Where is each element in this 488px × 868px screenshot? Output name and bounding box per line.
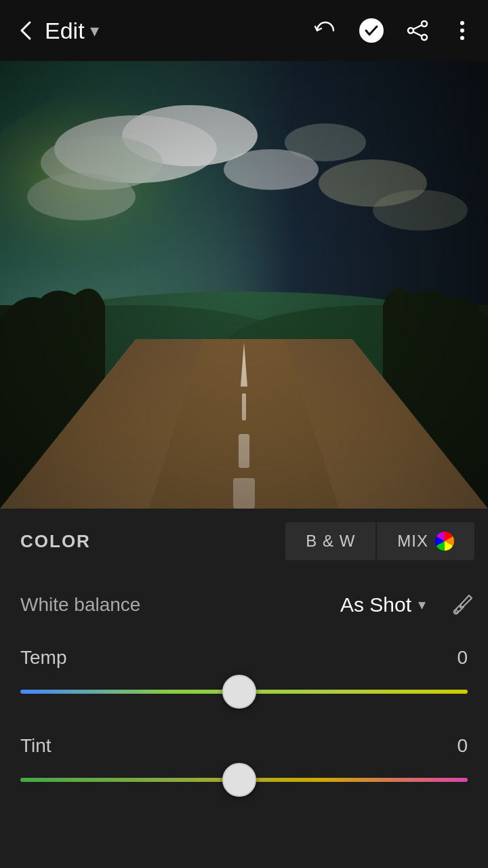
toolbar-title[interactable]: Edit ▾ [45, 18, 99, 44]
white-balance-dropdown[interactable]: As Shot ▾ [340, 593, 426, 616]
svg-point-0 [359, 18, 384, 43]
white-balance-label: White balance [20, 594, 329, 616]
tint-label: Tint [20, 735, 52, 757]
svg-point-6 [460, 21, 464, 25]
white-balance-row: White balance As Shot ▾ [0, 574, 488, 631]
temp-slider-thumb[interactable] [222, 675, 256, 709]
toolbar: Edit ▾ [0, 0, 488, 61]
tint-slider-section: Tint 0 [0, 719, 488, 807]
svg-point-8 [460, 36, 464, 40]
svg-point-3 [422, 35, 427, 40]
tint-slider-header: Tint 0 [20, 735, 468, 757]
white-balance-chevron-icon: ▾ [418, 596, 426, 614]
tint-slider-track [20, 778, 468, 782]
done-button[interactable] [358, 17, 385, 44]
photo-preview [0, 61, 488, 509]
temp-slider-section: Temp 0 [0, 631, 488, 719]
color-tabs-row: COLOR B & W MIX [0, 509, 488, 574]
back-button[interactable] [14, 18, 38, 43]
tint-slider-container[interactable] [20, 766, 468, 793]
toolbar-right [312, 17, 474, 44]
temp-value: 0 [457, 647, 468, 669]
toolbar-left: Edit ▾ [14, 18, 305, 44]
svg-point-7 [460, 28, 464, 33]
undo-button[interactable] [312, 17, 339, 44]
temp-slider-track [20, 690, 468, 694]
mix-color-circle-icon [435, 532, 454, 551]
temp-slider-header: Temp 0 [20, 647, 468, 669]
color-label: COLOR [20, 531, 285, 552]
bw-tab-button[interactable]: B & W [285, 522, 375, 560]
temp-label: Temp [20, 647, 66, 669]
share-button[interactable] [404, 17, 431, 44]
svg-point-2 [408, 28, 413, 33]
tint-value: 0 [457, 735, 468, 757]
svg-line-5 [413, 32, 422, 36]
eyedropper-button[interactable] [450, 593, 474, 617]
tint-slider-thumb[interactable] [222, 763, 256, 797]
more-button[interactable] [450, 18, 474, 43]
bottom-panel: COLOR B & W MIX White balance As Shot ▾ … [0, 509, 488, 868]
svg-line-4 [413, 25, 422, 29]
svg-rect-29 [0, 61, 488, 509]
temp-slider-container[interactable] [20, 678, 468, 705]
svg-point-1 [422, 21, 427, 26]
edit-chevron-icon: ▾ [90, 20, 99, 41]
mix-tab-button[interactable]: MIX [377, 522, 474, 560]
